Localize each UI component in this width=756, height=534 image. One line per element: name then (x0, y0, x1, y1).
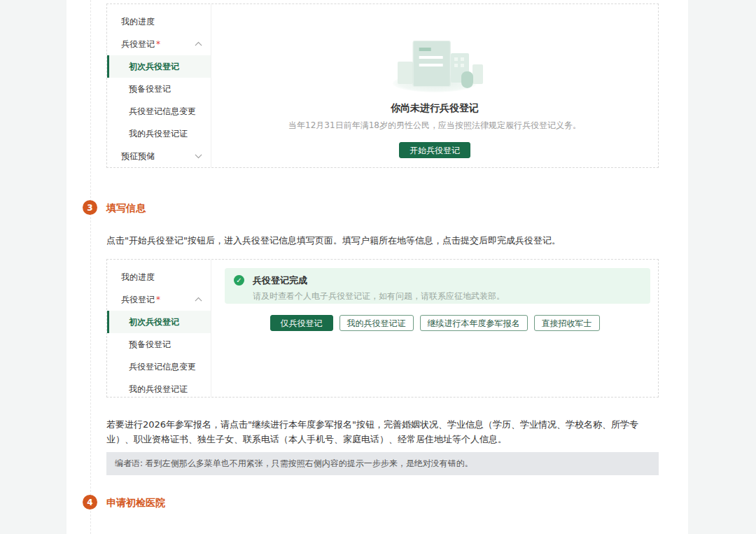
chevron-up-icon (195, 42, 202, 49)
step-3-title: 填写信息 (106, 202, 146, 215)
enlistment-info-paragraph: 若要进行2026年参军报名，请点击"继续进行本年度参军报名"按钮，完善婚姻状况、… (106, 417, 665, 447)
sidebar-item-label: 兵役登记信息变更 (129, 361, 196, 373)
sidebar-item-first-registration[interactable]: 初次兵役登记 (107, 311, 211, 333)
sidebar-item-first-registration[interactable]: 初次兵役登记 (107, 55, 211, 78)
registration-panel-empty: 我的进度 兵役登记 * 初次兵役登记 预备役登记 兵役登记信息变更 我的兵役登记… (106, 3, 659, 168)
sidebar-item-my-registration-cert[interactable]: 我的兵役登记证 (107, 378, 211, 400)
direct-nco-recruit-button[interactable]: 直接招收军士 (534, 315, 600, 331)
step-3-paragraph: 点击"开始兵役登记"按钮后，进入兵役登记信息填写页面。填写户籍所在地等信息，点击… (106, 233, 665, 248)
sidebar-item-my-progress[interactable]: 我的进度 (107, 10, 211, 33)
action-button-row: 仅兵役登记 我的兵役登记证 继续进行本年度参军报名 直接招收军士 (211, 315, 658, 331)
empty-state-title: 你尚未进行兵役登记 (211, 102, 658, 115)
success-alert: ✓ 兵役登记完成 请及时查看个人电子兵役登记证，如有问题，请联系应征地武装部。 (225, 268, 650, 304)
sidebar-item-reserve-registration[interactable]: 预备役登记 (107, 78, 211, 100)
continue-enlistment-signup-button[interactable]: 继续进行本年度参军报名 (420, 315, 528, 331)
registration-only-button[interactable]: 仅兵役登记 (270, 315, 333, 331)
step-4-title: 申请初检医院 (106, 497, 165, 510)
sidebar-item-label: 我的兵役登记证 (129, 128, 188, 140)
sidebar-item-label: 初次兵役登记 (129, 316, 179, 328)
sidebar-item-label: 兵役登记 (121, 294, 155, 306)
sidebar-item-label: 我的进度 (121, 272, 155, 283)
sidebar-item-my-progress[interactable]: 我的进度 (107, 266, 211, 288)
sidebar-item-military-registration[interactable]: 兵役登记 * (107, 33, 211, 55)
check-icon: ✓ (234, 275, 244, 286)
sidebar-item-pre-recruit[interactable]: 预征预储 (107, 145, 211, 167)
sidebar-item-reserve-registration[interactable]: 预备役登记 (107, 333, 211, 356)
sidebar-item-military-registration[interactable]: 兵役登记 * (107, 288, 211, 311)
sidebar-item-label: 预备役登记 (129, 339, 171, 351)
step-timeline-line (90, 0, 91, 534)
sidebar-item-label: 兵役登记 (121, 38, 155, 50)
required-asterisk: * (156, 39, 160, 49)
registration-panel-complete: 我的进度 兵役登记 * 初次兵役登记 预备役登记 兵役登记信息变更 我的兵役登记… (106, 259, 659, 398)
step-4-badge: 4 (83, 495, 97, 510)
alert-title: 兵役登记完成 (253, 274, 640, 287)
sidebar-item-label: 兵役登记信息变更 (129, 106, 196, 118)
sidebar-item-label: 我的兵役登记证 (129, 384, 188, 395)
empty-state-desc: 当年12月31日前年满18岁的男性公民，应当按照法律规定履行兵役登记义务。 (211, 120, 658, 132)
sidebar-item-label: 预备役登记 (129, 83, 171, 95)
document-illustration-icon (382, 39, 487, 90)
sidebar-item-registration-info-change[interactable]: 兵役登记信息变更 (107, 356, 211, 378)
sidebar-item-label: 预征预储 (121, 150, 155, 162)
page: 我的进度 兵役登记 * 初次兵役登记 预备役登记 兵役登记信息变更 我的兵役登记… (0, 0, 756, 534)
panel2-sidebar: 我的进度 兵役登记 * 初次兵役登记 预备役登记 兵役登记信息变更 我的兵役登记… (107, 260, 211, 397)
step-3-badge: 3 (83, 200, 97, 215)
start-registration-button[interactable]: 开始兵役登记 (399, 142, 470, 158)
editor-note: 编者语: 看到左侧那么多菜单也不用紧张，只需按照右侧内容的提示一步步来，是绝对没… (106, 452, 659, 475)
panel1-main: 你尚未进行兵役登记 当年12月31日前年满18岁的男性公民，应当按照法律规定履行… (211, 4, 658, 167)
empty-state: 你尚未进行兵役登记 当年12月31日前年满18岁的男性公民，应当按照法律规定履行… (211, 39, 658, 158)
chevron-up-icon (195, 297, 202, 304)
panel2-main: ✓ 兵役登记完成 请及时查看个人电子兵役登记证，如有问题，请联系应征地武装部。 … (211, 260, 658, 397)
sidebar-item-registration-info-change[interactable]: 兵役登记信息变更 (107, 100, 211, 122)
my-registration-cert-button[interactable]: 我的兵役登记证 (340, 315, 414, 331)
panel1-sidebar: 我的进度 兵役登记 * 初次兵役登记 预备役登记 兵役登记信息变更 我的兵役登记… (107, 4, 211, 167)
sidebar-item-my-registration-cert[interactable]: 我的兵役登记证 (107, 122, 211, 145)
sidebar-item-label: 我的进度 (121, 16, 155, 28)
chevron-down-icon (195, 151, 202, 158)
alert-desc: 请及时查看个人电子兵役登记证，如有问题，请联系应征地武装部。 (253, 290, 640, 302)
required-asterisk: * (156, 295, 160, 304)
sidebar-item-label: 初次兵役登记 (129, 61, 179, 73)
